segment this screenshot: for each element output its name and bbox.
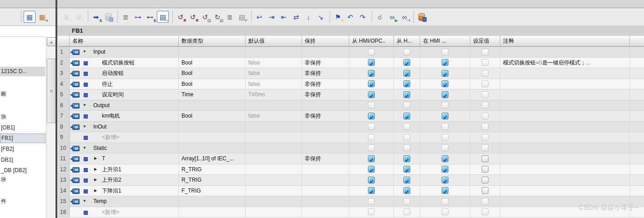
cell-retain[interactable] [302, 164, 349, 175]
cell-name[interactable]: 启动按钮 [70, 68, 179, 79]
tree-item[interactable]: FB1] [0, 134, 45, 143]
cell-default-value[interactable] [246, 196, 302, 207]
tree-scrollbar[interactable]: ▲ ≡ [46, 37, 55, 218]
cell-comment[interactable] [500, 196, 630, 207]
tree-item[interactable]: 断 [0, 89, 45, 99]
setpoint-checkbox[interactable] [482, 155, 488, 162]
cell-retain[interactable] [302, 143, 349, 154]
cell-name[interactable]: <新增> [70, 132, 179, 143]
in-hmi-checkbox[interactable] [442, 80, 448, 87]
cell-comment[interactable] [500, 79, 630, 89]
scroll-up-button[interactable]: ▲ [47, 37, 56, 46]
apply-to-start-2-button[interactable]: ↻▤ [212, 11, 223, 22]
cell-comment[interactable] [500, 164, 630, 175]
cell-comment[interactable] [500, 89, 630, 100]
cell-retain[interactable]: 非保持 [302, 58, 349, 68]
insert-bookmark-button[interactable]: ⚑✳ [332, 11, 343, 22]
cross-reference-button[interactable]: ↘ [315, 11, 326, 22]
cell-default-value[interactable] [246, 100, 302, 111]
row-number[interactable]: 12 [58, 164, 70, 175]
cell-name[interactable]: ▼Temp [70, 196, 179, 207]
cell-default-value[interactable] [246, 143, 302, 154]
cell-datatype[interactable]: Bool [179, 68, 246, 79]
cell-name[interactable]: ▼Static [70, 143, 179, 154]
cell-datatype[interactable] [179, 100, 246, 111]
setpoint-checkbox[interactable] [482, 177, 488, 183]
cell-datatype[interactable]: R_TRIG [179, 175, 246, 185]
from-h-checkbox[interactable] [403, 80, 410, 87]
setpoint-checkbox[interactable] [482, 166, 488, 173]
cell-datatype[interactable]: Bool [179, 111, 246, 121]
from-h-checkbox[interactable] [403, 177, 410, 183]
hmi-opc-checkbox[interactable] [368, 59, 375, 66]
monitor-all-button[interactable]: ∞▶ [387, 11, 397, 22]
row-number[interactable]: 1 [58, 47, 70, 57]
go-online-search-button[interactable]: ☌ [374, 11, 385, 22]
tree-item[interactable]: 件 [0, 197, 45, 206]
snapshot-db-button[interactable] [416, 11, 427, 22]
cell-name[interactable]: 设定时间 [70, 89, 179, 100]
expand-member-access-button[interactable]: ➡± [91, 11, 101, 22]
cell-default-value[interactable]: false [246, 111, 302, 121]
cell-default-value[interactable] [246, 47, 302, 57]
cell-comment[interactable] [500, 111, 630, 121]
goto-definition-button[interactable]: ↩ [254, 11, 265, 22]
cell-comment[interactable] [500, 68, 630, 79]
hmi-opc-checkbox[interactable] [368, 113, 375, 119]
cell-name[interactable]: ▶下降沿1 [70, 186, 179, 196]
cell-retain[interactable] [302, 100, 349, 111]
cell-datatype[interactable]: Bool [179, 58, 246, 68]
row-number[interactable]: 14 [58, 186, 70, 196]
cell-retain[interactable]: 非保持 [302, 154, 349, 164]
row-number[interactable]: 4 [58, 79, 70, 89]
cell-datatype[interactable] [179, 132, 246, 143]
cell-default-value[interactable] [246, 175, 302, 185]
cell-retain[interactable]: 非保持 [302, 89, 349, 100]
back-to-button[interactable]: ⇤ [278, 11, 289, 22]
tree-item[interactable]: [OB1] [0, 123, 45, 133]
cell-default-value[interactable] [246, 164, 302, 175]
cell-retain[interactable] [302, 47, 349, 57]
from-h-checkbox[interactable] [403, 70, 410, 77]
from-h-checkbox[interactable] [403, 166, 410, 173]
cell-retain[interactable]: 非保持 [302, 79, 349, 89]
cell-retain[interactable]: 非保持 [302, 111, 349, 121]
from-h-checkbox[interactable] [403, 113, 410, 119]
cell-comment[interactable] [500, 143, 630, 154]
cell-datatype[interactable]: Array[1..10] of IEC_... [179, 154, 246, 164]
cell-retain[interactable]: 非保持 [302, 68, 349, 79]
cell-name[interactable]: ▶上升沿1 [70, 164, 179, 175]
row-number[interactable]: 11 [58, 154, 70, 164]
cell-retain[interactable] [302, 175, 349, 185]
in-hmi-checkbox[interactable] [442, 91, 448, 98]
hmi-opc-checkbox[interactable] [368, 166, 375, 173]
cell-name[interactable]: <新增> [70, 207, 179, 218]
tree-item[interactable]: 块 [0, 175, 45, 184]
update-interface-button[interactable]: ▤★ [157, 11, 169, 23]
cell-default-value[interactable] [246, 186, 302, 196]
cell-name[interactable]: ▼Output [70, 100, 179, 111]
cell-datatype[interactable]: R_TRIG [179, 164, 246, 175]
row-number[interactable]: 13 [58, 175, 70, 185]
cell-name[interactable]: km电机 [70, 111, 179, 121]
row-number[interactable]: 9 [58, 132, 70, 143]
cell-datatype[interactable]: Time [179, 89, 246, 100]
cell-name[interactable]: ▶T [70, 154, 179, 164]
rewire-button[interactable]: ⇄ [291, 11, 302, 22]
generate-block-button[interactable]: ▦➜ [37, 11, 48, 22]
hmi-opc-checkbox[interactable] [368, 70, 375, 77]
copy-snapshots-to-start-button[interactable]: ⊶ [132, 11, 143, 22]
in-hmi-checkbox[interactable] [442, 155, 448, 162]
consistency-check-button[interactable]: ▤✔ [236, 11, 247, 22]
cell-datatype[interactable] [179, 196, 246, 207]
cell-datatype[interactable]: F_TRIG [179, 186, 246, 196]
from-h-checkbox[interactable] [403, 187, 410, 194]
cell-default-value[interactable] [246, 154, 302, 164]
previous-bookmark-button[interactable]: ↶ [345, 11, 356, 22]
scroll-thumb[interactable]: ≡ [47, 59, 56, 123]
row-number[interactable]: 6 [58, 100, 70, 111]
cell-name[interactable]: 停止 [70, 79, 179, 89]
cell-default-value[interactable] [246, 122, 302, 132]
discard-snapshot-2-button[interactable]: ↺✖ [187, 11, 198, 22]
cell-name[interactable]: 模式切换按钮 [70, 58, 179, 68]
